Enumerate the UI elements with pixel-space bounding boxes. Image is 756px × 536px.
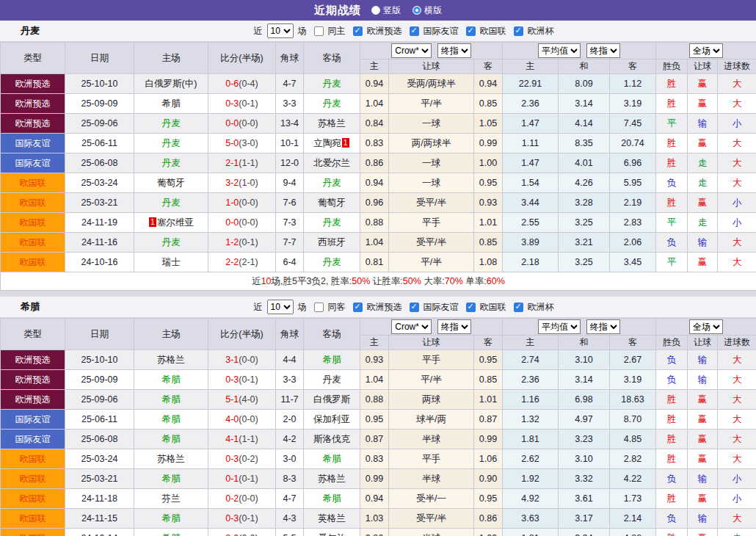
- radio-horizontal-icon[interactable]: [412, 6, 421, 15]
- avg-odds-home: 1.81: [503, 529, 559, 536]
- handicap-odds-home: 0.94: [360, 173, 389, 193]
- final-odds-select[interactable]: 终指: [437, 319, 471, 334]
- corners: 4-3: [276, 509, 304, 529]
- match-row: 欧国联 24-11-19 1塞尔维亚 0-0(0-0) 7-3 丹麦 0.88 …: [1, 213, 756, 233]
- result-wdl: 胜: [656, 134, 688, 153]
- col-date-header: 日期: [65, 319, 134, 350]
- result-handicap: 赢: [688, 253, 718, 272]
- result-wdl: 胜: [656, 94, 688, 114]
- fulltime-select[interactable]: 全场: [689, 43, 723, 58]
- result-wdl: 胜: [656, 449, 688, 469]
- handicap-line: 半球: [389, 469, 474, 489]
- match-date: 24-10-16: [65, 253, 134, 272]
- match-type-badge: 欧洲预选: [1, 370, 65, 389]
- same-venue-checkbox[interactable]: [314, 303, 324, 312]
- same-venue-checkbox[interactable]: [314, 26, 324, 36]
- handicap-odds-away: 0.85: [474, 370, 503, 390]
- league-label-3: 欧洲杯: [528, 301, 554, 314]
- match-date: 24-11-19: [65, 213, 134, 233]
- radio-horizontal[interactable]: 横版: [412, 4, 442, 17]
- handicap-odds-home: 0.99: [360, 469, 389, 489]
- handicap-odds-away: 0.85: [474, 94, 503, 114]
- fulltime-select[interactable]: 全场: [689, 319, 723, 334]
- handicap-odds-home: 0.84: [360, 114, 389, 134]
- bookmaker-select[interactable]: Crow*: [391, 319, 432, 334]
- match-type-badge: 国际友谊: [1, 410, 65, 429]
- result-goals: 走: [718, 529, 756, 536]
- games-label: 场: [298, 25, 307, 37]
- halftime-score: (3-0): [239, 138, 258, 148]
- result-handicap: 赢: [688, 410, 718, 430]
- corners: 7-7: [276, 233, 304, 253]
- league-checkbox-3[interactable]: [514, 303, 523, 312]
- avg-odds-home: 1.54: [503, 173, 559, 193]
- result-wdl: 负: [656, 233, 688, 253]
- league-checkbox-0[interactable]: [353, 303, 363, 312]
- halftime-score: (1-0): [239, 178, 258, 188]
- handicap-line: 平手: [389, 350, 474, 370]
- away-team: 丹麦: [323, 374, 341, 385]
- final-odds-select-2[interactable]: 终指: [586, 43, 620, 58]
- result-goals: 大: [718, 390, 756, 410]
- recent-count-select[interactable]: 10: [267, 23, 294, 38]
- avg-odds-away: 2.06: [610, 233, 656, 253]
- away-team: 北爱尔兰: [313, 158, 350, 168]
- match-date: 25-06-08: [65, 153, 134, 173]
- average-group-header: 平均值 终指: [503, 319, 656, 336]
- sub-handicap-header: 让球: [389, 59, 474, 74]
- avg-odds-draw: 3.10: [559, 350, 610, 370]
- avg-odds-home: 4.92: [503, 489, 559, 509]
- avg-odds-away: 2.82: [610, 449, 656, 469]
- final-odds-select[interactable]: 终指: [437, 43, 471, 58]
- avg-odds-away: 2.67: [610, 350, 656, 370]
- handicap-line: 半球: [389, 430, 474, 449]
- result-wdl: 负: [656, 350, 688, 370]
- radio-horizontal-label[interactable]: 横版: [424, 4, 442, 17]
- avg-odds-home: 2.36: [503, 94, 559, 114]
- col-type-header: 类型: [1, 319, 65, 350]
- handicap-odds-away: 1.00: [474, 153, 503, 173]
- sub-handicap-result-header: 让球: [688, 336, 718, 350]
- halftime-score: (0-1): [239, 513, 258, 524]
- handicap-odds-home: 0.86: [360, 153, 389, 173]
- halftime-score: (0-0): [239, 355, 258, 365]
- league-checkbox-1[interactable]: [410, 303, 419, 312]
- match-row: 欧洲预选 25-10-10 白俄罗斯(中) 0-6(0-4) 4-7 丹麦 0.…: [1, 74, 756, 94]
- result-handicap: 输: [688, 469, 718, 489]
- result-wdl: 胜: [656, 153, 688, 173]
- result-wdl: 平: [656, 114, 688, 134]
- home-team: 苏格兰: [157, 454, 185, 464]
- corners: 3-3: [276, 370, 304, 390]
- home-team: 瑞士: [162, 257, 181, 267]
- average-select[interactable]: 平均值: [538, 319, 581, 334]
- match-row: 欧洲预选 25-09-09 希腊 0-3(0-1) 3-3 丹麦 1.04 平/…: [1, 370, 756, 390]
- handicap-odds-home: 0.83: [360, 134, 389, 153]
- handicap-odds-away: 0.85: [474, 233, 503, 253]
- col-type-header: 类型: [1, 43, 65, 74]
- handicap-odds-away: 0.99: [474, 430, 503, 449]
- sub-home-header: 主: [360, 59, 389, 74]
- sub-away-header: 客: [474, 336, 503, 350]
- fulltime-score: 0-3: [225, 98, 239, 109]
- league-checkbox-0[interactable]: [353, 26, 363, 36]
- avg-odds-draw: 4.26: [559, 173, 610, 193]
- handicap-line: 受平/半: [389, 193, 474, 213]
- away-team: 丹麦: [323, 79, 341, 89]
- away-team: 爱尔兰: [318, 533, 346, 536]
- league-checkbox-1[interactable]: [410, 26, 419, 36]
- average-select[interactable]: 平均值: [538, 43, 581, 58]
- radio-vertical-icon[interactable]: [371, 6, 380, 15]
- match-row: 欧国联 25-03-24 葡萄牙 3-2(1-0) 9-4 丹麦 0.94 一球…: [1, 173, 756, 193]
- avg-odds-home: 2.74: [503, 350, 559, 370]
- final-odds-select-2[interactable]: 终指: [586, 319, 620, 334]
- corners: 12-0: [276, 153, 304, 173]
- bookmaker-select[interactable]: Crow*: [391, 43, 432, 58]
- corners: 4-4: [276, 350, 304, 370]
- league-checkbox-2[interactable]: [466, 303, 476, 312]
- league-checkbox-3[interactable]: [514, 26, 523, 36]
- league-checkbox-2[interactable]: [466, 26, 476, 36]
- result-goals: 大: [718, 449, 756, 469]
- recent-count-select[interactable]: 10: [267, 300, 294, 314]
- radio-vertical[interactable]: 竖版: [371, 4, 401, 17]
- radio-vertical-label[interactable]: 竖版: [383, 4, 401, 17]
